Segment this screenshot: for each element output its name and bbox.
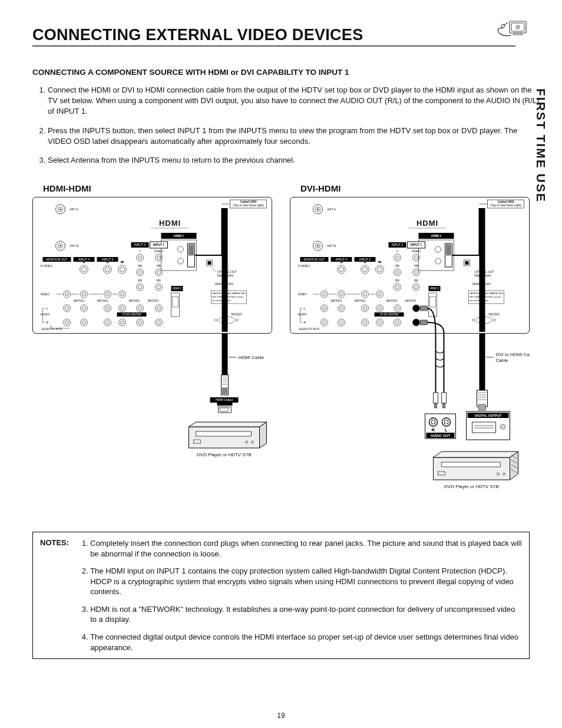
notes-item: Completely insert the connection cord pl… [90, 538, 522, 559]
svg-text:INPUT 1: INPUT 1 [411, 243, 422, 246]
svg-point-142 [435, 246, 441, 252]
svg-point-227 [413, 319, 420, 326]
diagram-hdmi-hdmi: HDMI-HDMI CableCARD (Top of card faces r… [32, 183, 272, 522]
pr-label-2: PR [138, 279, 142, 282]
svg-point-51 [64, 291, 71, 298]
svg-point-39 [137, 254, 144, 261]
svg-point-71 [121, 307, 124, 310]
svg-point-50 [157, 285, 161, 289]
svg-point-83 [106, 321, 110, 324]
svg-point-88 [156, 319, 163, 326]
svg-point-89 [157, 321, 161, 324]
svg-marker-170 [378, 261, 382, 263]
svideo-label: S-VIDEO [41, 264, 53, 268]
svg-point-202 [323, 307, 326, 310]
svg-point-163 [339, 267, 344, 272]
svg-rect-279 [442, 462, 501, 467]
section-subhead: CONNECTING A COMPONENT SOURCE WITH HDMI … [32, 68, 530, 77]
svg-point-30 [80, 265, 88, 274]
service-line3: for normal operation [213, 299, 231, 302]
svg-text:HDMI: HDMI [416, 219, 438, 228]
svg-point-222 [363, 321, 367, 324]
video-row-label: VIDEO [41, 292, 50, 296]
svg-text:HDMI 2: HDMI 2 [430, 287, 439, 290]
svg-text:R: R [432, 427, 435, 433]
svg-point-34 [118, 265, 127, 274]
svg-point-175 [394, 269, 401, 276]
svg-point-47 [137, 284, 144, 291]
svg-point-99 [215, 319, 217, 321]
pb-label-1b: PB [157, 264, 161, 268]
svg-rect-102 [222, 334, 228, 375]
svg-point-75 [157, 307, 161, 310]
svg-rect-109 [223, 388, 227, 394]
ant-a-label: ANT A [70, 207, 79, 211]
svg-point-218 [323, 321, 326, 324]
svg-point-179 [394, 284, 401, 291]
dvd-player-icon-right [434, 452, 518, 480]
svg-point-73 [138, 307, 142, 310]
svg-text:AUDIO: AUDIO [298, 312, 308, 316]
svg-rect-236 [465, 261, 469, 265]
notes-heading: NOTES: [40, 538, 69, 653]
svg-point-265 [444, 420, 448, 424]
svg-marker-168 [339, 261, 344, 263]
svg-point-10 [59, 209, 61, 210]
hdmi-output-label: HDMI Output [216, 398, 233, 401]
svg-point-56 [106, 292, 110, 296]
svg-rect-212 [421, 306, 428, 311]
svg-text:AUDIO: AUDIO [299, 327, 309, 331]
svg-point-164 [361, 265, 369, 274]
input4-label: INPUT 4 [78, 258, 90, 261]
monitor-out-label: MONITOR OUT [47, 258, 67, 261]
svg-text:L: L [47, 307, 48, 310]
svg-point-204 [340, 307, 343, 310]
svg-rect-95 [208, 261, 211, 265]
rear-panel-box-left: CableCARD (Top of card faces right) ANT … [32, 197, 272, 334]
svg-text:PR: PR [414, 279, 418, 282]
svg-point-79 [65, 321, 69, 324]
video-label-1: VIDEO [154, 249, 164, 253]
svg-text:L: L [304, 307, 306, 310]
svg-point-67 [82, 307, 86, 310]
svg-text:NOT USED and DO NOT connect: NOT USED and DO NOT connect [470, 296, 501, 298]
svg-point-174 [415, 256, 418, 259]
svg-point-187 [340, 292, 343, 296]
svg-point-188 [362, 291, 369, 298]
svg-point-33 [105, 267, 110, 272]
svg-point-43 [137, 269, 144, 276]
svg-point-165 [363, 267, 368, 272]
svg-point-3 [517, 27, 518, 28]
svg-marker-37 [105, 261, 110, 263]
svg-point-201 [321, 305, 328, 312]
svg-text:Upgrade Card: Upgrade Card [472, 282, 491, 285]
svg-rect-271 [472, 422, 496, 433]
svg-point-23 [178, 258, 184, 264]
svg-point-64 [64, 305, 71, 312]
svg-point-180 [396, 285, 399, 289]
title-underline [32, 45, 515, 47]
svg-point-217 [321, 319, 328, 326]
svg-marker-115 [189, 422, 267, 427]
svg-marker-169 [363, 261, 368, 263]
svg-point-263 [431, 420, 435, 424]
page-title: CONNECTING EXTERNAL VIDEO DEVICES [32, 26, 530, 44]
svg-point-224 [378, 321, 382, 324]
svg-point-143 [435, 258, 441, 264]
instruction-step: Select Antenna from the INPUTS menu to r… [48, 155, 543, 166]
svg-point-223 [376, 319, 384, 326]
svg-point-68 [104, 305, 111, 312]
audio-row-label: AUDIO [41, 312, 50, 316]
svg-marker-36 [82, 261, 87, 263]
svg-point-85 [121, 321, 124, 324]
svg-line-96 [213, 268, 216, 272]
svg-rect-250 [442, 393, 447, 403]
svg-point-54 [82, 292, 86, 296]
svg-rect-4 [514, 33, 522, 35]
svg-text:SERVICE/DISPLAY CHANGE ONLY: SERVICE/DISPLAY CHANGE ONLY [470, 292, 504, 295]
svg-point-184 [321, 291, 328, 298]
svg-rect-93 [173, 297, 178, 307]
below-panel-left: HDMI Cable HDMI Output [32, 334, 272, 481]
svg-rect-234 [430, 297, 436, 307]
mono-2: (MONO) [129, 299, 140, 302]
